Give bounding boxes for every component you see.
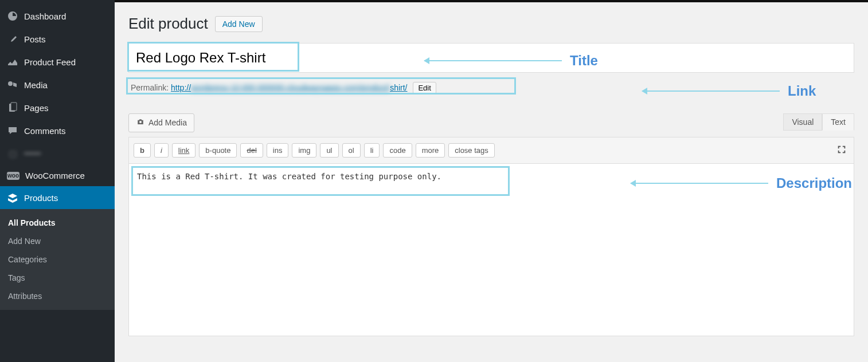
- permalink-label: Permalink:: [131, 83, 169, 92]
- sidebar-item-blurred: ▢••••••: [0, 142, 115, 165]
- editor-btn-del[interactable]: del: [240, 143, 263, 158]
- sidebar-item-comments[interactable]: Comments: [0, 119, 115, 142]
- sidebar-item-products[interactable]: Products: [0, 186, 115, 209]
- svg-point-3: [139, 121, 142, 123]
- sidebar-label: Pages: [24, 103, 49, 113]
- tab-text[interactable]: Text: [822, 113, 854, 131]
- main-content: Edit product Add New Permalink: http://w…: [115, 0, 868, 362]
- add-media-button[interactable]: Add Media: [128, 113, 194, 132]
- sidebar-item-media[interactable]: Media: [0, 73, 115, 96]
- sidebar-item-product-feed[interactable]: Product Feed: [0, 50, 115, 73]
- permalink-row: Permalink: http://wordpress-10.000.00000…: [128, 78, 854, 97]
- editor-btn-closetags[interactable]: close tags: [448, 143, 495, 158]
- products-icon: [7, 192, 18, 203]
- woo-icon: woo: [7, 172, 19, 180]
- sidebar-item-dashboard[interactable]: Dashboard: [0, 5, 115, 27]
- editor-tabs: Visual Text: [783, 113, 854, 131]
- page-title: Edit product: [128, 15, 208, 33]
- sidebar-subitem-attributes[interactable]: Attributes: [0, 287, 115, 305]
- admin-topbar: [115, 0, 868, 2]
- editor-btn-ins[interactable]: ins: [267, 143, 289, 158]
- sidebar-subitem-all-products[interactable]: All Products: [0, 214, 115, 232]
- editor-btn-i[interactable]: i: [154, 143, 169, 158]
- sidebar-subitem-categories[interactable]: Categories: [0, 250, 115, 269]
- sidebar-item-woocommerce[interactable]: woo WooCommerce: [0, 165, 115, 186]
- permalink-edit-button[interactable]: Edit: [413, 82, 436, 94]
- add-new-button[interactable]: Add New: [215, 16, 263, 32]
- annotation-highlight-description: [131, 166, 510, 196]
- comment-icon: [7, 125, 18, 136]
- dashboard-icon: [7, 10, 18, 22]
- page-header: Edit product Add New: [128, 15, 854, 33]
- editor-btn-li[interactable]: li: [364, 143, 380, 158]
- editor-btn-ol[interactable]: ol: [342, 143, 361, 158]
- camera-icon: [136, 117, 145, 128]
- sidebar-label: Posts: [24, 34, 46, 44]
- svg-point-0: [8, 81, 13, 86]
- editor-btn-ul[interactable]: ul: [320, 143, 338, 158]
- editor: b i link b-quote del ins img ul ol li co…: [128, 137, 854, 336]
- add-media-label: Add Media: [148, 118, 187, 127]
- pin-icon: [7, 33, 18, 45]
- editor-btn-link[interactable]: link: [172, 143, 196, 158]
- pages-icon: [7, 102, 18, 113]
- editor-top-row: Add Media Visual Text: [128, 113, 854, 132]
- sidebar-label: Comments: [24, 126, 66, 136]
- description-textarea[interactable]: This is a Red T-shirt. It was created fo…: [129, 164, 854, 336]
- editor-btn-bquote[interactable]: b-quote: [199, 143, 237, 158]
- fullscreen-icon[interactable]: [834, 142, 849, 159]
- sidebar-label: WooCommerce: [25, 171, 85, 180]
- editor-btn-img[interactable]: img: [292, 143, 316, 158]
- sidebar-subitem-tags[interactable]: Tags: [0, 269, 115, 287]
- sidebar-subitem-add-new[interactable]: Add New: [0, 232, 115, 250]
- sidebar-submenu: All Products Add New Categories Tags Att…: [0, 209, 115, 310]
- feed-icon: [7, 56, 18, 68]
- editor-btn-code[interactable]: code: [383, 143, 412, 158]
- sidebar-item-posts[interactable]: Posts: [0, 27, 115, 50]
- sidebar-label: Media: [24, 80, 48, 90]
- description-text: This is a Red T-shirt. It was created fo…: [137, 172, 441, 181]
- sidebar-label: Products: [24, 193, 58, 203]
- media-icon: [7, 79, 18, 91]
- editor-button-row: b i link b-quote del ins img ul ol li co…: [129, 137, 854, 164]
- svg-rect-2: [11, 103, 17, 111]
- product-title-input[interactable]: [128, 43, 854, 73]
- admin-sidebar: Dashboard Posts Product Feed Media Pages…: [0, 0, 115, 362]
- title-field-wrap: [128, 43, 854, 73]
- tab-visual[interactable]: Visual: [783, 113, 822, 131]
- editor-btn-b[interactable]: b: [134, 143, 151, 158]
- sidebar-label: Product Feed: [24, 57, 76, 67]
- permalink-link[interactable]: http://wordpress-10.000.000000.cloudways…: [171, 83, 407, 92]
- sidebar-label: Dashboard: [24, 11, 66, 21]
- editor-btn-more[interactable]: more: [416, 143, 445, 158]
- sidebar-item-pages[interactable]: Pages: [0, 96, 115, 119]
